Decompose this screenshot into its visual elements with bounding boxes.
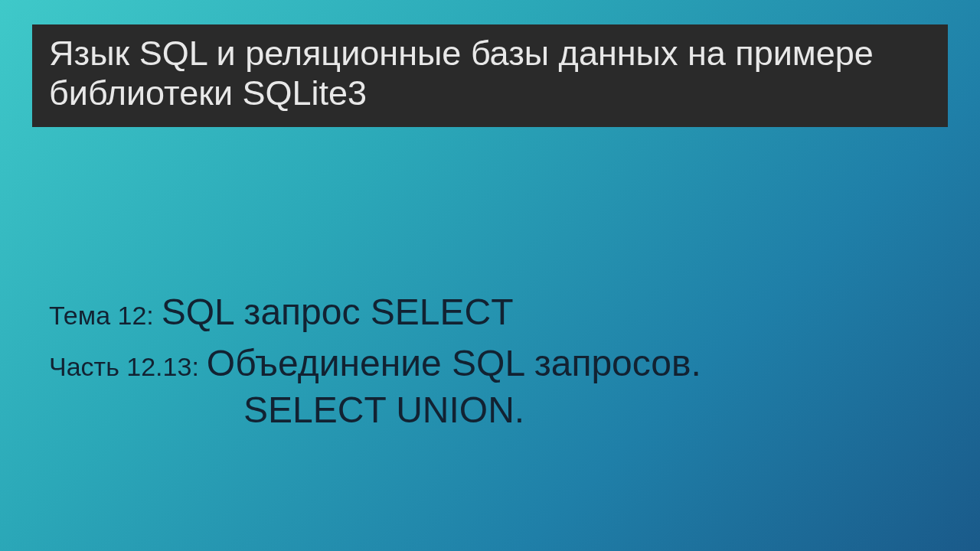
theme-line: Тема 12: SQL запрос SELECT [49, 291, 701, 333]
theme-value: SQL запрос SELECT [162, 291, 514, 333]
theme-label: Тема 12: [49, 301, 154, 331]
slide-content: Тема 12: SQL запрос SELECT Часть 12.13: … [49, 291, 701, 431]
part-line: Часть 12.13: Объединение SQL запросов. [49, 342, 701, 384]
title-bar: Язык SQL и реляционные базы данных на пр… [32, 24, 948, 127]
slide-title: Язык SQL и реляционные базы данных на пр… [49, 34, 931, 113]
part-label: Часть 12.13: [49, 352, 199, 382]
part-value: Объединение SQL запросов. [207, 342, 701, 384]
part-value-line2: SELECT UNION. [243, 389, 701, 431]
